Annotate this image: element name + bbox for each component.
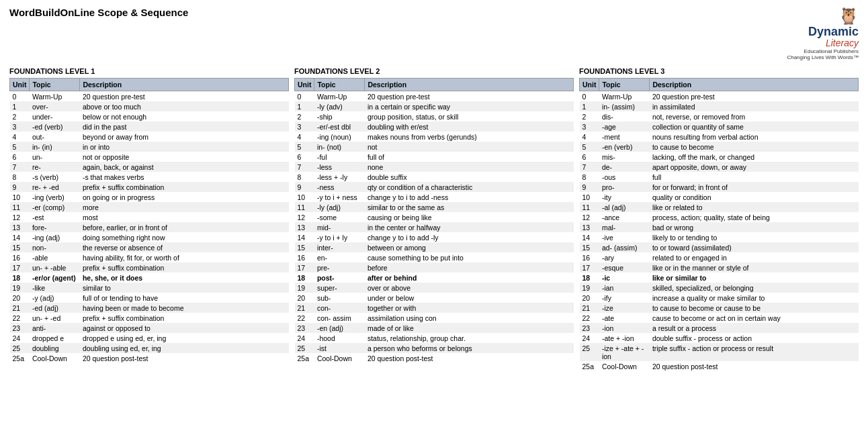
table-row: 18post-after or behind xyxy=(295,273,574,283)
table-row: 8-s (verb)-s that makes verbs xyxy=(10,172,289,182)
unit-cell: 18 xyxy=(580,273,599,283)
unit-cell: 4 xyxy=(580,132,599,142)
description-cell: 20 question post-test xyxy=(80,353,289,363)
table-row: 19-ianskilled, specialized, or belonging xyxy=(580,283,859,293)
description-cell: to or toward (assimilated) xyxy=(650,242,859,252)
description-cell: full of or tending to have xyxy=(80,293,289,303)
description-cell: in or into xyxy=(80,142,289,152)
topic-cell: -ous xyxy=(599,172,650,182)
topic-cell: -est xyxy=(30,212,80,222)
topic-cell: mid- xyxy=(314,222,365,232)
unit-cell: 11 xyxy=(580,202,599,212)
table-row: 12-somecausing or being like xyxy=(295,212,574,222)
unit-cell: 14 xyxy=(10,232,30,242)
description-cell: the reverse or absence of xyxy=(80,242,289,252)
table-row: 14-ivelikely to or tending to xyxy=(580,232,859,242)
topic-cell: -less xyxy=(314,162,365,172)
table-row: 5-en (verb)to cause to become xyxy=(580,142,859,152)
table-row: 15non-the reverse or absence of xyxy=(10,242,289,252)
table-row: 11-ly (adj)similar to or the same as xyxy=(295,202,574,212)
description-cell: having been or made to become xyxy=(80,303,289,313)
topic-cell: re- + -ed xyxy=(30,182,80,192)
unit-cell: 7 xyxy=(580,162,599,172)
table-row: 0Warm-Up20 question pre-test xyxy=(580,91,859,102)
topic-cell: -ate + -ion xyxy=(599,333,650,343)
unit-cell: 21 xyxy=(580,303,599,313)
description-cell: likely to or tending to xyxy=(650,232,859,242)
description-cell: bad or wrong xyxy=(650,222,859,232)
topic-cell: -al (adj) xyxy=(599,202,650,212)
description-cell: not or opposite xyxy=(80,152,289,162)
table-row: 25doublingdoubling using ed, er, ing xyxy=(10,343,289,353)
table-row: 6-fulfull of xyxy=(295,152,574,162)
unit-cell: 2 xyxy=(295,111,314,121)
topic-cell: -ness xyxy=(314,182,365,192)
description-cell: in assimilated xyxy=(650,101,859,111)
col-header-0-2: Description xyxy=(80,79,289,91)
table-row: 0Warm-Up20 question pre-test xyxy=(10,91,289,102)
topic-cell: Cool-Down xyxy=(314,353,365,363)
description-cell: related to or engaged in xyxy=(650,252,859,262)
topic-cell: con- assim xyxy=(314,313,365,323)
table-row: 17pre-before xyxy=(295,262,574,273)
description-cell: change y to i to add -ly xyxy=(365,232,574,242)
topic-cell: -en (verb) xyxy=(599,142,650,152)
description-cell: group position, status, or skill xyxy=(365,111,574,121)
table-row: 1over-above or too much xyxy=(10,101,289,111)
unit-cell: 10 xyxy=(580,192,599,202)
table-row: 8-ousfull xyxy=(580,172,859,182)
table-row: 11-er (comp)more xyxy=(10,202,289,212)
unit-cell: 22 xyxy=(295,313,314,323)
topic-cell: de- xyxy=(599,162,650,172)
col-header-0-1: Topic xyxy=(30,79,80,91)
table-row: 7de-apart opposite, down, or away xyxy=(580,162,859,172)
unit-cell: 4 xyxy=(295,132,314,142)
description-cell: assimilation using con xyxy=(365,313,574,323)
description-cell: in the center or halfway xyxy=(365,222,574,232)
description-cell: a person who beforms or belongs xyxy=(365,343,574,353)
table-row: 2under-below or not enough xyxy=(10,111,289,121)
table-row: 4out-beyond or away from xyxy=(10,132,289,142)
description-cell: again, back, or against xyxy=(80,162,289,172)
unit-cell: 24 xyxy=(295,333,314,343)
unit-cell: 15 xyxy=(10,242,30,252)
col-header-2-2: Description xyxy=(650,79,859,91)
table-row: 19super-over or above xyxy=(295,283,574,293)
unit-cell: 25a xyxy=(10,353,30,363)
description-cell: quality or condition xyxy=(650,192,859,202)
table-row: 22-atecause to become or act on in certa… xyxy=(580,313,859,323)
unit-cell: 12 xyxy=(10,212,30,222)
topic-cell: Cool-Down xyxy=(30,353,80,363)
unit-cell: 4 xyxy=(10,132,30,142)
table-row: 14-y to i + lychange y to i to add -ly xyxy=(295,232,574,242)
unit-cell: 20 xyxy=(295,293,314,303)
description-cell: a result or a process xyxy=(650,323,859,333)
topic-cell: anti- xyxy=(30,323,80,333)
topic-cell: Warm-Up xyxy=(314,91,365,102)
unit-cell: 9 xyxy=(10,182,30,192)
unit-cell: 12 xyxy=(295,212,314,222)
col-header-1-0: Unit xyxy=(295,79,314,91)
unit-cell: 13 xyxy=(580,222,599,232)
unit-cell: 7 xyxy=(295,162,314,172)
topic-cell: -ing (verb) xyxy=(30,192,80,202)
table-row: 15ad- (assim)to or toward (assimilated) xyxy=(580,242,859,252)
description-cell: like or related to xyxy=(650,202,859,212)
table-row: 11-al (adj)like or related to xyxy=(580,202,859,212)
topic-cell: in- (assim) xyxy=(599,101,650,111)
description-cell: collection or quantity of same xyxy=(650,121,859,132)
description-cell: dropped e using ed, er, ing xyxy=(80,333,289,343)
unit-cell: 0 xyxy=(295,91,314,102)
description-cell: before, earlier, or in front of xyxy=(80,222,289,232)
unit-cell: 5 xyxy=(580,142,599,152)
topic-cell: -ing (noun) xyxy=(314,132,365,142)
unit-cell: 23 xyxy=(580,323,599,333)
description-cell: 20 question pre-test xyxy=(80,91,289,102)
logo-literacy: Literacy xyxy=(826,38,859,48)
description-cell: lacking, off the mark, or changed xyxy=(650,152,859,162)
description-cell: full of xyxy=(365,152,574,162)
table-row: 14-ing (adj)doing something right now xyxy=(10,232,289,242)
topic-cell: -er (comp) xyxy=(30,202,80,212)
table-row: 6mis-lacking, off the mark, or changed xyxy=(580,152,859,162)
topic-cell: -y to i + ness xyxy=(314,192,365,202)
